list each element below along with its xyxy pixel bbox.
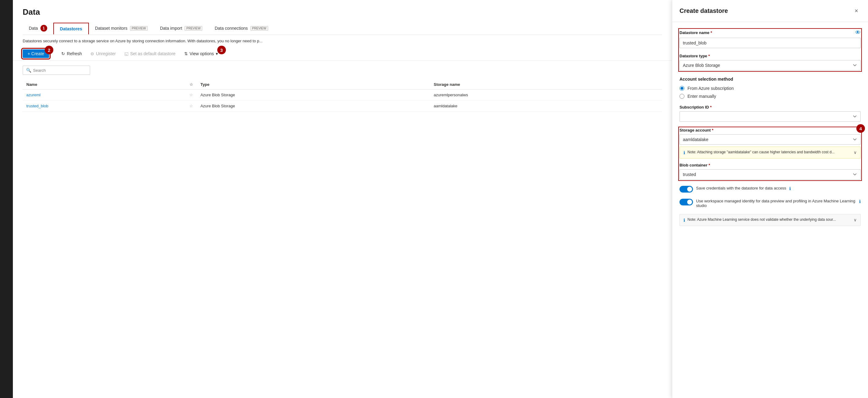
view-options-label: View options: [190, 51, 214, 56]
set-default-button[interactable]: ◱ Set as default datastore: [121, 49, 179, 58]
toolbar: + Create 2 ↻ Refresh ⊖ Unregister ◱ Set …: [13, 47, 672, 61]
tab-data-import-badge: PREVIEW: [185, 26, 202, 31]
eye-icon: 👁: [855, 29, 861, 36]
storage-account-select[interactable]: aamldatalake: [680, 134, 861, 145]
workspace-identity-label: Use workspace managed identity for data …: [696, 199, 856, 208]
col-name: Name: [23, 80, 186, 90]
tab-data[interactable]: Data 1: [23, 22, 53, 35]
search-box[interactable]: 🔍: [23, 66, 90, 75]
account-selection-radio-group: From Azure subscription Enter manually: [680, 86, 861, 99]
panel-title: Create datastore: [680, 7, 728, 14]
main-content: Data Data 1 Datastores Dataset monitors …: [13, 0, 672, 398]
refresh-button[interactable]: ↻ Refresh: [58, 49, 86, 58]
bottom-note-box: ℹ Note: Azure Machine Learning service d…: [680, 214, 861, 226]
unregister-button[interactable]: ⊖ Unregister: [87, 49, 120, 58]
workspace-identity-info-icon[interactable]: ℹ: [859, 199, 861, 204]
blob-container-label: Blob container: [680, 163, 861, 167]
subscription-id-label: Subscription ID: [680, 105, 861, 110]
account-selection-section: Account selection method From Azure subs…: [680, 76, 861, 99]
row-azureml-star[interactable]: ☆: [186, 90, 197, 100]
tab-dataset-monitors-label: Dataset monitors: [95, 26, 127, 31]
search-input[interactable]: [33, 68, 87, 73]
refresh-label: Refresh: [67, 51, 82, 56]
row-trusted-blob-storage: aamldatalake: [430, 100, 662, 112]
tab-data-badge: 1: [40, 25, 47, 32]
radio-from-azure[interactable]: From Azure subscription: [680, 86, 861, 91]
tab-datastores-label: Datastores: [60, 26, 82, 31]
radio-enter-manually-label: Enter manually: [687, 94, 716, 99]
tab-dataset-monitors[interactable]: Dataset monitors PREVIEW: [89, 23, 154, 34]
expand-note-icon[interactable]: ∨: [854, 150, 857, 155]
step-4-badge: 4: [856, 124, 865, 133]
storage-note-box: ℹ Note: Attaching storage "aamldatalake"…: [680, 147, 861, 158]
refresh-icon: ↻: [61, 51, 65, 56]
tab-datastores[interactable]: Datastores: [53, 23, 89, 34]
create-button-wrapper: + Create 2: [23, 49, 49, 58]
page-description: Datastores securely connect to a storage…: [13, 35, 289, 47]
search-icon: 🔍: [26, 68, 31, 73]
table-row: azureml ☆ Azure Blob Storage azuremlpers…: [23, 90, 662, 100]
datastore-type-select[interactable]: Azure Blob Storage Azure Data Lake Stora…: [680, 60, 861, 70]
workspace-identity-slider: [680, 199, 693, 206]
tabs: Data 1 Datastores Dataset monitors PREVI…: [23, 22, 662, 35]
page-title: Data: [23, 7, 662, 17]
set-default-icon: ◱: [124, 51, 128, 56]
save-credentials-slider: [680, 186, 693, 192]
storage-account-label: Storage account: [680, 128, 861, 132]
close-panel-button[interactable]: ×: [852, 6, 861, 16]
tab-data-connections-badge: PREVIEW: [250, 26, 268, 31]
tab-data-label: Data: [29, 26, 38, 31]
set-default-label: Set as default datastore: [130, 51, 176, 56]
radio-from-azure-label: From Azure subscription: [687, 86, 734, 91]
workspace-identity-row: Use workspace managed identity for data …: [680, 199, 861, 208]
storage-account-section: Storage account aamldatalake ℹ Note: Att…: [680, 128, 861, 180]
page-header: Data Data 1 Datastores Dataset monitors …: [13, 0, 672, 35]
workspace-identity-toggle[interactable]: [680, 199, 693, 206]
row-trusted-blob-type: Azure Blob Storage: [197, 100, 430, 112]
unregister-icon: ⊖: [90, 51, 94, 56]
col-storage: Storage name: [430, 80, 662, 90]
unregister-label: Unregister: [96, 51, 116, 56]
account-selection-label: Account selection method: [680, 76, 861, 82]
datastore-name-section: Datastore name 👁 Datastore type Azure Bl…: [680, 29, 861, 70]
tab-data-connections-label: Data connections: [215, 26, 248, 31]
radio-enter-manually[interactable]: Enter manually: [680, 94, 861, 99]
save-credentials-row: Save credentials with the datastore for …: [680, 186, 861, 192]
bottom-note-text: Note: Azure Machine Learning service doe…: [687, 217, 836, 222]
tab-data-import-label: Data import: [160, 26, 182, 31]
left-sidebar: [0, 0, 13, 398]
subscription-id-select[interactable]: [680, 111, 861, 122]
expand-bottom-note-icon[interactable]: ∨: [854, 217, 857, 222]
view-options-button[interactable]: ⇅ View options ▾: [181, 49, 222, 58]
datastore-name-input[interactable]: [680, 38, 861, 48]
save-credentials-label: Save credentials with the datastore for …: [696, 186, 786, 190]
row-azureml-storage: azuremlpersonalws: [430, 90, 662, 100]
radio-enter-manually-input[interactable]: [680, 94, 684, 99]
view-options-wrapper: ⇅ View options ▾ 3: [181, 49, 222, 58]
subscription-id-section: Subscription ID: [680, 105, 861, 122]
storage-note-text: Note: Attaching storage "aamldatalake" c…: [687, 150, 835, 154]
create-datastore-panel: Create datastore × Datastore name 👁 Data…: [672, 0, 868, 398]
tab-data-connections[interactable]: Data connections PREVIEW: [209, 23, 274, 34]
tab-dataset-monitors-badge: PREVIEW: [130, 26, 148, 31]
datastores-table: Name ☆ Type Storage name azureml ☆ Azure…: [23, 80, 662, 112]
datastore-type-label: Datastore type: [680, 54, 861, 58]
blob-container-select[interactable]: trusted: [680, 169, 861, 180]
datastore-name-wrapper: [680, 38, 861, 48]
view-options-icon: ⇅: [184, 51, 188, 56]
panel-header: Create datastore ×: [672, 0, 868, 22]
radio-from-azure-input[interactable]: [680, 86, 684, 91]
col-type: Type: [197, 80, 430, 90]
step-3-badge: 3: [217, 46, 226, 54]
row-azureml-name[interactable]: azureml: [26, 93, 40, 97]
table-area: 🔍 Name ☆ Type Storage name azureml ☆ Azu…: [13, 61, 672, 398]
info-icon: ℹ: [683, 150, 685, 155]
bottom-note-info-icon: ℹ: [683, 218, 685, 223]
tab-data-import[interactable]: Data import PREVIEW: [154, 23, 209, 34]
table-row: trusted_blob ☆ Azure Blob Storage aamlda…: [23, 100, 662, 112]
datastore-name-label: Datastore name: [680, 30, 712, 35]
save-credentials-info-icon[interactable]: ℹ: [789, 186, 791, 191]
row-trusted-blob-star[interactable]: ☆: [186, 100, 197, 112]
save-credentials-toggle[interactable]: [680, 186, 693, 192]
row-trusted-blob-name[interactable]: trusted_blob: [26, 104, 49, 108]
